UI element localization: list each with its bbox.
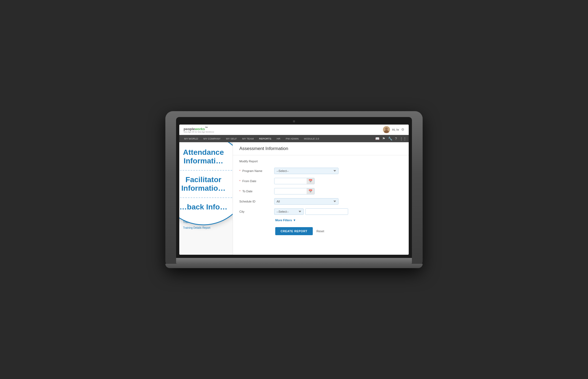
nav-left: MY WORLD MY COMPANY MY SELF MY TEAM REPO… xyxy=(181,135,322,142)
logo-works: works xyxy=(195,127,205,131)
logo-people: people xyxy=(184,127,195,131)
nav-my-world[interactable]: MY WORLD xyxy=(181,135,201,142)
book-icon[interactable]: 📖 xyxy=(375,137,379,141)
city-label: City xyxy=(239,210,274,213)
logo-text: peopleworks™ xyxy=(184,126,214,131)
to-date-row: * To Date 📅 xyxy=(239,188,402,194)
city-text-input[interactable] xyxy=(305,208,348,215)
main-content: Assessment Information Modify Report * P… xyxy=(233,142,409,255)
user-greeting: Hi, hr xyxy=(392,128,399,131)
content-header: Assessment Information xyxy=(233,142,409,155)
menu-icon[interactable]: ⋮⋮ xyxy=(400,137,407,141)
content-body: Modify Report * Program Name --Select-- xyxy=(233,155,409,239)
avatar xyxy=(383,126,390,133)
from-date-row: * From Date 📅 xyxy=(239,178,402,184)
logo: peopleworks™ New Age HR for New Age Work… xyxy=(184,126,214,133)
top-bar: peopleworks™ New Age HR for New Age Work… xyxy=(179,125,409,135)
chevron-down-icon: ▼ xyxy=(293,219,296,222)
to-date-wrapper: 📅 xyxy=(274,188,315,194)
sidebar-training-details[interactable]: Training Details Report xyxy=(179,225,233,231)
page-title: Assessment Information xyxy=(239,146,402,151)
required-star: * xyxy=(239,169,240,172)
main-layout: Attendance Informati… Facilitator Inform… xyxy=(179,142,409,255)
flag-icon[interactable]: ⚑ xyxy=(382,137,385,141)
zoom-item-facilitator: Facilitator Informatio… xyxy=(179,171,233,198)
required-star-from: * xyxy=(239,179,240,183)
nav-module[interactable]: MODULE 2.0 xyxy=(301,135,322,142)
nav-my-company[interactable]: MY COMPANY xyxy=(201,135,223,142)
nav-right-icons: 📖 ⚑ 🔧 ? ⋮⋮ xyxy=(375,137,407,141)
laptop-frame: peopleworks™ New Age HR for New Age Work… xyxy=(165,111,423,268)
nav-reports[interactable]: REPORTS xyxy=(256,135,274,142)
nav-my-self[interactable]: MY SELF xyxy=(223,135,239,142)
nav-bar: MY WORLD MY COMPANY MY SELF MY TEAM REPO… xyxy=(179,135,409,142)
nav-pw-admin[interactable]: PW ADMIN xyxy=(283,135,301,142)
help-icon[interactable]: ? xyxy=(395,137,397,141)
logo-tm: ™ xyxy=(205,126,208,129)
top-right-controls: Hi, hr ⚙ xyxy=(383,126,404,133)
from-date-label: * From Date xyxy=(239,179,274,183)
create-report-button[interactable]: CREATE REPORT xyxy=(275,227,313,235)
reset-button[interactable]: Reset xyxy=(317,230,324,233)
zoom-item-attendance: Attendance Informati… xyxy=(179,143,233,171)
tools-icon[interactable]: 🔧 xyxy=(388,137,392,141)
program-name-label: * Program Name xyxy=(239,169,274,172)
program-name-select[interactable]: --Select-- xyxy=(274,168,338,174)
city-row: City --Select-- xyxy=(239,208,402,215)
from-date-calendar-icon[interactable]: 📅 xyxy=(307,178,314,184)
svg-point-1 xyxy=(385,127,388,130)
from-date-input[interactable] xyxy=(274,178,307,184)
schedule-id-label: Schedule ID xyxy=(239,200,274,203)
laptop-base xyxy=(165,264,423,268)
schedule-id-select[interactable]: All xyxy=(274,198,338,205)
schedule-id-row: Schedule ID All xyxy=(239,198,402,205)
zoom-circle: Attendance Informati… Facilitator Inform… xyxy=(179,142,233,225)
settings-icon[interactable]: ⚙ xyxy=(401,127,404,132)
from-date-wrapper: 📅 xyxy=(274,178,315,184)
to-date-label: * To Date xyxy=(239,190,274,193)
required-star-to: * xyxy=(239,190,240,193)
logo-subtitle: New Age HR for New Age Workforce xyxy=(184,131,214,133)
modify-report-label: Modify Report xyxy=(239,160,402,163)
more-filters-toggle[interactable]: More Filters ▼ xyxy=(275,219,402,222)
city-inputs: --Select-- xyxy=(274,208,348,215)
nav-my-team[interactable]: MY TEAM xyxy=(240,135,256,142)
city-select[interactable]: --Select-- xyxy=(274,208,304,215)
to-date-input[interactable] xyxy=(274,188,307,194)
to-date-calendar-icon[interactable]: 📅 xyxy=(307,188,314,194)
laptop-bottom xyxy=(176,258,412,264)
sidebar: Attendance Informati… Facilitator Inform… xyxy=(179,142,233,255)
screen-bezel: peopleworks™ New Age HR for New Age Work… xyxy=(176,117,412,258)
button-row: CREATE REPORT Reset xyxy=(275,227,402,235)
screen: peopleworks™ New Age HR for New Age Work… xyxy=(179,125,409,255)
nav-hr[interactable]: HR xyxy=(274,135,283,142)
zoom-item-back: …back Info… xyxy=(179,198,233,216)
program-name-row: * Program Name --Select-- xyxy=(239,168,402,174)
